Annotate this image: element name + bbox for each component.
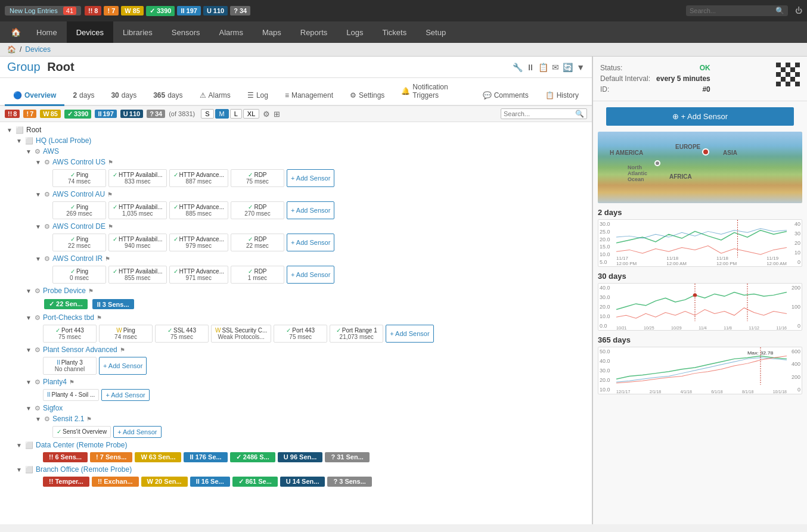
sensor-planty4-soil[interactable]: IIPlanty 4 - Soil ... (43, 389, 99, 401)
expand-aws-us[interactable]: ▼ (35, 158, 42, 166)
expand-aws[interactable]: ▼ (25, 148, 32, 155)
home-icon-sm[interactable]: 🏠 (7, 45, 16, 54)
tree-row-sensit[interactable]: ▼ ⚙ Sensit 2.1 ⚑ (33, 413, 587, 424)
expand-aws-de[interactable]: ▼ (35, 223, 42, 230)
bo-badge-unusual[interactable]: U 14 Sen... (280, 477, 325, 487)
badge-warning[interactable]: W85 (121, 6, 144, 15)
expand-aws-ir[interactable]: ▼ (35, 255, 42, 262)
add-sensor-de[interactable]: + Add Sensor (287, 234, 334, 251)
tab-log[interactable]: ☰ Log (239, 86, 277, 106)
nav-sensors[interactable]: Sensors (162, 21, 210, 43)
bo-badge-unknown[interactable]: ? 3 Sens... (327, 477, 371, 487)
tree-row-branch-office[interactable]: ▼ ⬜ Branch Office (Remote Probe) (14, 464, 587, 475)
sensor-ssl443[interactable]: ✓SSL 443 75 msec (155, 325, 209, 343)
breadcrumb-devices[interactable]: Devices (25, 45, 51, 54)
sensor-ping-au[interactable]: ✓Ping 269 msec (52, 201, 106, 219)
data-center-label[interactable]: Data Center (Remote Probe) (36, 441, 127, 449)
badge-unknown[interactable]: ?34 (230, 6, 250, 15)
nav-alarms[interactable]: Alarms (210, 21, 253, 43)
sensor-http-avail-ir[interactable]: ✓HTTP Availabil... 855 msec (108, 266, 167, 284)
expand-root[interactable]: ▼ (6, 126, 13, 133)
aws-au-label[interactable]: AWS Control AU (52, 190, 105, 198)
expand-port-checks[interactable]: ▼ (25, 314, 32, 321)
tree-row-plant-sensor[interactable]: ▼ ⚙ Plant Sensor Advanced ⚑ (24, 344, 587, 355)
sensor-rdp-de[interactable]: ✓RDP 22 msec (231, 234, 284, 251)
nav-logs[interactable]: Logs (337, 21, 373, 43)
tree-row-data-center[interactable]: ▼ ⬜ Data Center (Remote Probe) (14, 440, 587, 450)
sensor-http-adv-us[interactable]: ✓HTTP Advance... 887 msec (169, 169, 228, 187)
tab-settings[interactable]: ⚙ Settings (342, 86, 393, 106)
sb-badge-ok[interactable]: ✓3390 (64, 110, 91, 119)
expand-hq[interactable]: ▼ (15, 137, 23, 144)
search-icon[interactable]: 🔍 (775, 7, 784, 15)
sensor-planty3[interactable]: IIPlanty 3 No channel (43, 357, 97, 375)
expand-branch-office[interactable]: ▼ (15, 466, 23, 473)
expand-sensit[interactable]: ▼ (35, 415, 42, 422)
sb-badge-unknown[interactable]: ?34 (147, 110, 165, 118)
size-m[interactable]: M (215, 109, 229, 119)
badge-error[interactable]: !7 (104, 6, 119, 15)
pause-icon[interactable]: ⏸ (526, 63, 535, 72)
add-sensor-sensit[interactable]: + Add Sensor (113, 426, 161, 438)
dc-badge-ok[interactable]: ✓ 2486 S... (230, 452, 275, 462)
nav-reports[interactable]: Reports (291, 21, 337, 43)
tab-comments[interactable]: 💬 Comments (474, 86, 537, 106)
sigfox-label[interactable]: Sigfox (43, 404, 63, 412)
tree-row-hq[interactable]: ▼ ⬜ HQ (Local Probe) (14, 135, 587, 146)
new-log-button[interactable]: New Log Entries 41 (5, 6, 81, 15)
bo-badge-critical[interactable]: !! Temper... (43, 477, 89, 487)
tree-row-aws[interactable]: ▼ ⚙ AWS (24, 146, 587, 157)
sensor-sensit-overview[interactable]: ✓Sens'it Overview (52, 426, 111, 438)
sb-badge-paused[interactable]: II197 (95, 110, 116, 118)
refresh-icon[interactable]: 🔄 (563, 63, 573, 72)
sensor-http-avail-au[interactable]: ✓HTTP Availabil... 1,035 msec (108, 201, 167, 219)
sensor-http-avail-us[interactable]: ✓HTTP Availabil... 833 msec (108, 169, 167, 187)
bo-badge-warning[interactable]: W 20 Sen... (141, 477, 188, 487)
sensor-port443-2[interactable]: ✓Port 443 75 msec (274, 325, 327, 343)
bo-badge-ok[interactable]: ✓ 861 Se... (232, 477, 278, 487)
tab-2days[interactable]: 2 days (64, 86, 103, 106)
planty4-label[interactable]: Planty4 (43, 378, 67, 386)
map-pin-europe[interactable] (702, 148, 709, 155)
bo-badge-paused[interactable]: II 16 Se... (190, 477, 230, 487)
tab-365days[interactable]: 365 days (145, 86, 191, 106)
add-sensor-au[interactable]: + Add Sensor (287, 201, 334, 219)
bo-badge-error[interactable]: !! Exchan... (92, 477, 139, 487)
tree-row-port-checks[interactable]: ▼ ⚙ Port-Checks tbd ⚑ (24, 312, 587, 323)
dc-badge-unusual[interactable]: U 96 Sen... (278, 452, 323, 462)
tree-row-probe-device[interactable]: ▼ ⚙ Probe Device ⚑ (24, 285, 587, 296)
sb-badge-critical[interactable]: !!8 (5, 110, 20, 118)
tab-alarms[interactable]: ⚠ Alarms (191, 86, 239, 106)
chevron-down-icon[interactable]: ▼ (576, 63, 585, 72)
nav-setup[interactable]: Setup (416, 21, 455, 43)
badge-ok[interactable]: ✓3390 (146, 6, 175, 16)
sb-badge-warning[interactable]: W85 (40, 110, 61, 118)
aws-ir-label[interactable]: AWS Control IR (52, 254, 103, 263)
sensor-rdp-ir[interactable]: ✓RDP 1 msec (231, 266, 284, 284)
sensor-port-range[interactable]: ✓Port Range 1 21,073 msec (330, 325, 383, 343)
tree-row-aws-au[interactable]: ▼ ⚙ AWS Control AU ⚑ (33, 189, 587, 200)
dc-badge-critical[interactable]: !! 6 Sens... (43, 452, 88, 462)
settings-icon[interactable]: ⚙ (263, 110, 270, 119)
dc-badge-warning[interactable]: W 63 Sen... (135, 452, 181, 462)
topbar-search[interactable]: 🔍 (686, 5, 788, 16)
nav-libraries[interactable]: Libraries (113, 21, 162, 43)
nav-home[interactable]: Home (27, 21, 67, 43)
dc-badge-error[interactable]: ! 7 Sens... (90, 452, 132, 462)
wrench-icon[interactable]: 🔧 (513, 63, 523, 72)
plant-sensor-label[interactable]: Plant Sensor Advanced (43, 346, 117, 354)
map-pin-us[interactable] (654, 160, 660, 166)
power-icon[interactable]: ⏻ (795, 7, 802, 15)
add-sensor-planty4[interactable]: + Add Sensor (101, 389, 149, 401)
dc-badge-unknown[interactable]: ? 31 Sen... (325, 452, 369, 462)
add-sensor-us[interactable]: + Add Sensor (287, 169, 334, 187)
add-sensor-ir[interactable]: + Add Sensor (287, 266, 334, 284)
nav-tickets[interactable]: Tickets (373, 21, 416, 43)
add-sensor-plant[interactable]: + Add Sensor (99, 357, 147, 375)
aws-label[interactable]: AWS (43, 147, 59, 155)
tree-row-aws-us[interactable]: ▼ ⚙ AWS Control US ⚑ (33, 157, 587, 167)
tab-overview[interactable]: 🔵Overview (5, 86, 64, 106)
branch-office-label[interactable]: Branch Office (Remote Probe) (36, 465, 132, 474)
tab-history[interactable]: 📋 History (537, 86, 587, 106)
expand-probe-device[interactable]: ▼ (25, 287, 32, 294)
